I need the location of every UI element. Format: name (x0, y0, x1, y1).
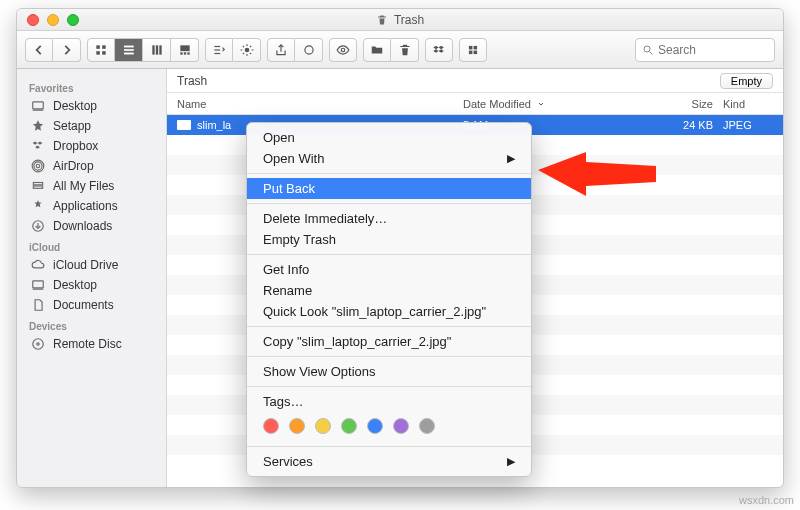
new-folder-button[interactable] (363, 38, 391, 62)
file-thumbnail (177, 120, 191, 130)
share-button[interactable] (267, 38, 295, 62)
gallery-view-button[interactable] (171, 38, 199, 62)
sidebar-item-icloud-drive[interactable]: iCloud Drive (17, 255, 166, 275)
sidebar-heading-favorites: Favorites (17, 77, 166, 96)
tag-red[interactable] (263, 418, 279, 434)
tag-color-row (247, 412, 531, 442)
svg-rect-31 (33, 183, 42, 185)
forward-button[interactable] (53, 38, 81, 62)
svg-rect-7 (152, 45, 154, 54)
tag-blue[interactable] (367, 418, 383, 434)
menu-item-put-back[interactable]: Put Back (247, 178, 531, 199)
menu-item-services[interactable]: Services▶ (247, 451, 531, 472)
maximize-window-button[interactable] (67, 14, 79, 26)
svg-rect-13 (187, 52, 189, 54)
svg-rect-0 (96, 45, 100, 49)
window-title: Trash (17, 13, 783, 27)
column-name[interactable]: Name (177, 98, 463, 110)
sidebar-item-airdrop[interactable]: AirDrop (17, 156, 166, 176)
svg-rect-15 (214, 49, 220, 50)
menu-item-tags[interactable]: Tags… (247, 391, 531, 412)
menu-separator (247, 386, 531, 387)
column-view-button[interactable] (143, 38, 171, 62)
sidebar-item-documents[interactable]: Documents (17, 295, 166, 315)
sidebar-item-remote-disc[interactable]: Remote Disc (17, 334, 166, 354)
back-button[interactable] (25, 38, 53, 62)
sidebar-item-setapp[interactable]: Setapp (17, 116, 166, 136)
trash-button[interactable] (391, 38, 419, 62)
sidebar-item-desktop[interactable]: Desktop (17, 96, 166, 116)
path-location: Trash (177, 74, 207, 88)
svg-point-29 (34, 162, 42, 170)
svg-line-25 (650, 51, 653, 54)
menu-item-open-with[interactable]: Open With▶ (247, 148, 531, 169)
file-name: slim_la (197, 119, 231, 131)
share-buttons (267, 38, 323, 62)
tag-green[interactable] (341, 418, 357, 434)
tag-gray[interactable] (419, 418, 435, 434)
search-field[interactable] (635, 38, 775, 62)
action-button[interactable] (233, 38, 261, 62)
svg-rect-22 (469, 50, 473, 54)
window-title-text: Trash (394, 13, 424, 27)
menu-item-open[interactable]: Open (247, 127, 531, 148)
arrange-button[interactable] (205, 38, 233, 62)
svg-rect-23 (474, 50, 478, 54)
traffic-lights (27, 14, 79, 26)
sidebar-item-label: Setapp (53, 119, 91, 133)
watermark: wsxdn.com (739, 494, 794, 506)
column-date-modified[interactable]: Date Modified (463, 98, 663, 110)
menu-item-show-view-options[interactable]: Show View Options (247, 361, 531, 382)
quicklook-button[interactable] (329, 38, 357, 62)
chevron-down-icon (537, 100, 545, 108)
sidebar-item-all-my-files[interactable]: All My Files (17, 176, 166, 196)
svg-point-36 (33, 339, 44, 350)
minimize-window-button[interactable] (47, 14, 59, 26)
menu-item-empty-trash[interactable]: Empty Trash (247, 229, 531, 250)
list-view-button[interactable] (115, 38, 143, 62)
sidebar-item-label: All My Files (53, 179, 114, 193)
svg-rect-4 (124, 45, 133, 46)
menu-item-rename[interactable]: Rename (247, 280, 531, 301)
menu-item-quick-look[interactable]: Quick Look "slim_laptop_carrier_2.jpg" (247, 301, 531, 322)
svg-rect-8 (155, 45, 157, 54)
menu-separator (247, 446, 531, 447)
sidebar-item-downloads[interactable]: Downloads (17, 216, 166, 236)
tag-purple[interactable] (393, 418, 409, 434)
svg-point-28 (36, 164, 40, 168)
arrange-buttons (205, 38, 261, 62)
icon-view-button[interactable] (87, 38, 115, 62)
tags-button[interactable] (295, 38, 323, 62)
view-buttons (87, 38, 199, 62)
column-size[interactable]: Size (663, 98, 723, 110)
menu-item-copy[interactable]: Copy "slim_laptop_carrier_2.jpg" (247, 331, 531, 352)
search-input[interactable] (658, 43, 768, 57)
svg-rect-21 (474, 45, 478, 49)
sidebar-item-label: Desktop (53, 99, 97, 113)
sidebar-item-label: Documents (53, 298, 114, 312)
submenu-arrow-icon: ▶ (507, 455, 515, 468)
svg-rect-16 (214, 52, 220, 53)
sidebar-item-applications[interactable]: Applications (17, 196, 166, 216)
tag-yellow[interactable] (315, 418, 331, 434)
menu-item-delete-immediately[interactable]: Delete Immediately… (247, 208, 531, 229)
svg-rect-12 (183, 52, 185, 54)
svg-rect-10 (180, 45, 189, 51)
sidebar-item-icloud-desktop[interactable]: Desktop (17, 275, 166, 295)
titlebar: Trash (17, 9, 783, 31)
connect-button[interactable] (459, 38, 487, 62)
column-headers: Name Date Modified Size Kind (167, 93, 783, 115)
sidebar-item-dropbox[interactable]: Dropbox (17, 136, 166, 156)
column-kind[interactable]: Kind (723, 98, 773, 110)
svg-point-18 (304, 45, 312, 53)
svg-rect-3 (102, 51, 106, 55)
dropbox-toolbar-button[interactable] (425, 38, 453, 62)
close-window-button[interactable] (27, 14, 39, 26)
search-icon (642, 44, 654, 56)
empty-trash-button[interactable]: Empty (720, 73, 773, 89)
tag-orange[interactable] (289, 418, 305, 434)
folder-buttons (363, 38, 419, 62)
toolbar (17, 31, 783, 69)
menu-item-get-info[interactable]: Get Info (247, 259, 531, 280)
sidebar-item-label: Dropbox (53, 139, 98, 153)
